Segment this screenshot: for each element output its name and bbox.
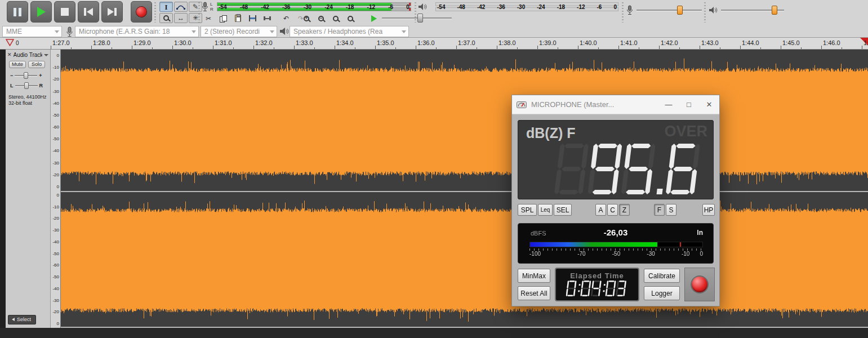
calibrate-button[interactable]: Calibrate xyxy=(644,269,680,283)
spl-mode-label: dB(Z) F xyxy=(526,125,575,141)
recording-volume-slider[interactable] xyxy=(636,10,702,11)
timeline-minor-tick xyxy=(558,47,558,49)
spl-titlebar[interactable]: MICROPHONE (Master... — □ ✕ xyxy=(512,95,719,114)
reset-all-button[interactable]: Reset All xyxy=(518,286,550,300)
skip-to-end-button[interactable] xyxy=(101,1,123,23)
close-track-icon[interactable]: ✕ xyxy=(7,52,12,57)
amplitude-ruler-label: -20 xyxy=(52,77,59,82)
timeline-pin-icon[interactable] xyxy=(6,39,14,46)
dbfs-level-b ar xyxy=(529,242,703,247)
pause-button[interactable] xyxy=(7,1,28,23)
playback-volume-thumb[interactable] xyxy=(772,6,777,15)
slow-response-button[interactable]: S xyxy=(666,204,676,216)
play-at-speed-button[interactable] xyxy=(367,13,381,24)
recording-device-select[interactable]: Microphone (E.A.R.S Gain: 18 xyxy=(75,26,199,37)
track-name[interactable]: Audio Track xyxy=(14,52,42,58)
timeline-label: 1:27.0 xyxy=(52,39,70,46)
fast-response-button[interactable]: F xyxy=(654,204,665,216)
undo-icon: ↶ xyxy=(283,15,289,22)
logger-button[interactable]: Logger xyxy=(644,286,680,300)
play-button[interactable] xyxy=(30,1,52,23)
elapsed-time-panel: Elapsed Time xyxy=(555,268,639,301)
playback-device-select[interactable]: Speakers / Headphones (Rea xyxy=(290,26,409,37)
weighting-z-button[interactable]: Z xyxy=(619,204,630,216)
selection-tool-button[interactable]: I xyxy=(159,2,173,12)
timeline-label: 1:34.0 xyxy=(336,39,354,46)
solo-button[interactable]: Solo xyxy=(28,61,45,68)
pan-slider[interactable] xyxy=(15,85,38,87)
dbfs-value: -26,03 xyxy=(518,228,713,237)
timeshift-tool-icon: ↔ xyxy=(177,15,184,21)
recording-channels-select[interactable]: 2 (Stereo) Recordi xyxy=(201,26,277,37)
cut-button[interactable]: ✂ xyxy=(202,13,215,24)
spl-mode-button[interactable]: SPL xyxy=(518,204,537,216)
highpass-button[interactable]: HP xyxy=(702,204,715,216)
waveform-canvas[interactable] xyxy=(61,50,868,328)
meter-scale-number: 0 xyxy=(613,4,617,10)
timeline-tick xyxy=(497,46,497,49)
recording-meter[interactable]: L R -54-48-42-36-30-24-18-12-60 xyxy=(202,1,412,12)
spl-record-indicator[interactable] xyxy=(692,277,707,292)
timeshift-tool-button[interactable]: ↔ xyxy=(174,13,188,23)
dbfs-scale-label: -50 xyxy=(612,251,620,257)
meter-scale: -54-48-42-36-30-24-18-12-60 xyxy=(217,1,411,12)
close-button[interactable]: ✕ xyxy=(699,95,719,114)
timeline-label: 1:36.0 xyxy=(417,39,435,46)
paste-button[interactable] xyxy=(231,13,244,24)
gain-slider[interactable] xyxy=(15,75,37,77)
amplitude-ruler: 0-10-20-30-40-50-60-50-40-30-200 0-10-20… xyxy=(51,50,61,328)
timeline-tick xyxy=(537,46,538,49)
weighting-c-button[interactable]: C xyxy=(607,204,618,216)
zoom-in-button[interactable]: + xyxy=(300,13,313,24)
timeline[interactable]: 0 1:27.01:28.01:29.01:30.01:31.01:32.01:… xyxy=(0,38,868,50)
toolbar-grip[interactable] xyxy=(622,2,624,23)
amplitude-ruler-label: -30 xyxy=(52,228,59,233)
timeline-label: 1:38.0 xyxy=(498,39,516,46)
fit-selection-button[interactable] xyxy=(329,13,342,24)
stop-button[interactable] xyxy=(54,1,75,23)
leq-mode-button[interactable]: Leq xyxy=(538,204,553,216)
meter-scale-number: -36 xyxy=(497,4,505,10)
multi-tool-button[interactable]: ✳ xyxy=(189,13,202,23)
play-speed-slider[interactable] xyxy=(382,17,452,19)
dbfs-scale-label: -100 xyxy=(529,251,541,257)
zoom-tool-button[interactable] xyxy=(159,13,173,23)
minmax-button[interactable]: MinMax xyxy=(518,269,550,283)
envelope-tool-button[interactable] xyxy=(174,2,188,12)
zoom-out-button[interactable]: − xyxy=(314,13,328,24)
timeline-tick xyxy=(132,46,132,49)
timeline-minor-tick xyxy=(152,47,153,49)
weighting-a-button[interactable]: A xyxy=(595,204,606,216)
timeline-tick xyxy=(294,46,295,49)
audio-host-select[interactable]: MME xyxy=(2,26,62,37)
fit-project-button[interactable] xyxy=(344,13,357,24)
trim-audio-button[interactable] xyxy=(246,13,259,24)
playback-volume-slider[interactable] xyxy=(721,10,784,11)
copy-button[interactable] xyxy=(216,13,230,24)
pan-slider-thumb[interactable] xyxy=(24,82,29,89)
minimize-button[interactable]: — xyxy=(658,95,679,114)
sel-mode-button[interactable]: SEL xyxy=(554,204,572,216)
select-track-button[interactable]: Select xyxy=(8,315,36,324)
toolbar-grip[interactable] xyxy=(704,2,706,23)
mute-button[interactable]: Mute xyxy=(9,61,26,68)
track-control-panel: ✕ Audio Track Mute Solo − + L R Stereo, … xyxy=(6,50,51,328)
undo-button[interactable]: ↶ xyxy=(279,13,293,24)
meter-scale-number: 0 xyxy=(406,4,409,10)
amplitude-ruler-label: -30 xyxy=(52,161,59,166)
draw-tool-button[interactable]: ✎ xyxy=(189,2,202,12)
track-menu-chevron-icon[interactable] xyxy=(44,54,48,56)
timeline-tick xyxy=(821,46,822,49)
playback-meter[interactable]: -54-48-42-36-30-24-18-12-60 xyxy=(418,1,620,12)
gain-slider-thumb[interactable] xyxy=(24,72,28,79)
toolbar-grip[interactable] xyxy=(154,2,156,23)
silence-audio-button[interactable] xyxy=(260,13,274,24)
recording-volume-thumb[interactable] xyxy=(677,6,683,15)
toolbar-grip[interactable] xyxy=(198,2,200,23)
play-speed-thumb[interactable] xyxy=(417,14,423,23)
maximize-button[interactable]: □ xyxy=(679,95,699,114)
chevron-down-icon xyxy=(270,30,274,33)
draw-tool-icon: ✎ xyxy=(193,3,198,10)
record-button[interactable] xyxy=(131,1,152,23)
skip-to-start-button[interactable] xyxy=(78,1,99,23)
